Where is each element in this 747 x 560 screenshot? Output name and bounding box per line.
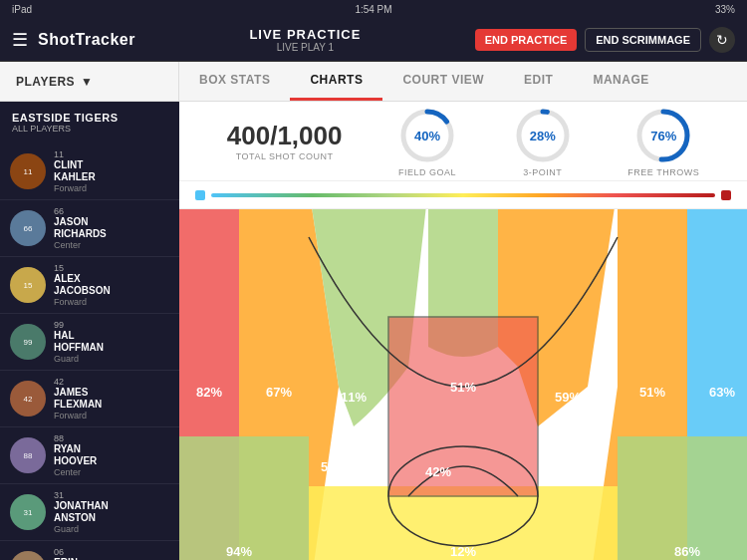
player-item[interactable]: 1111CLINT KAHLERForward [0, 143, 179, 200]
svg-text:63%: 63% [709, 385, 735, 400]
player-name: HAL HOFFMAN [54, 330, 169, 354]
tab-items: BOX STATS CHARTS COURT VIEW EDIT MANAGE [179, 62, 669, 101]
player-avatar: 99 [10, 324, 46, 360]
player-info: 11CLINT KAHLERForward [54, 149, 169, 193]
tab-charts[interactable]: CHARTS [290, 62, 382, 101]
svg-text:9%: 9% [549, 464, 568, 479]
field-goal-pct: 40% [414, 128, 440, 142]
player-number: 88 [54, 433, 169, 443]
player-info: 31JONATHAN ANSTONGuard [54, 490, 169, 534]
player-info: 88RYAN HOOVERCenter [54, 433, 169, 477]
player-name: JASON RICHARDS [54, 216, 169, 240]
players-dropdown[interactable]: PLAYERS ▼ [0, 62, 179, 101]
player-avatar: 15 [10, 267, 46, 303]
player-name: CLINT KAHLER [54, 159, 169, 183]
player-avatar: 31 [10, 494, 46, 530]
total-shots-value: 400/1,000 [227, 121, 343, 151]
player-item[interactable]: 3131JONATHAN ANSTONGuard [0, 484, 179, 541]
team-sub: ALL PLAYERS [12, 124, 167, 134]
player-position: Guard [54, 354, 169, 364]
player-item[interactable]: 1515ALEX JACOBSONForward [0, 257, 179, 314]
svg-text:42%: 42% [425, 464, 451, 479]
player-item[interactable]: 4242JAMES FLEXMANForward [0, 371, 179, 427]
stats-header: 400/1,000 TOTAL SHOT COUNT 40% FIELD GOA… [179, 102, 747, 181]
end-practice-button[interactable]: END PRACTICE [475, 29, 578, 51]
court-chart: 82% 67% 11% 51% 59% 51% 63% 50% 42% 9% 9… [179, 209, 747, 560]
player-position: Forward [54, 297, 169, 307]
players-label: PLAYERS [16, 75, 75, 89]
battery-label: 33% [715, 4, 735, 15]
sidebar: EASTSIDE TIGERS ALL PLAYERS 1111CLINT KA… [0, 102, 179, 560]
player-name: ALEX JACOBSON [54, 273, 169, 297]
free-throw-label: FREE THROWS [627, 167, 699, 177]
player-item[interactable]: 0606ERIN SHIELDSCenter [0, 541, 179, 560]
svg-rect-12 [388, 317, 538, 496]
field-goal-stat: 40% FIELD GOAL [397, 106, 457, 177]
svg-text:12%: 12% [450, 544, 476, 559]
player-avatar: 11 [10, 153, 46, 189]
team-name: EASTSIDE TIGERS [12, 112, 167, 124]
player-item[interactable]: 8888RYAN HOOVERCenter [0, 427, 179, 484]
total-shots-stat: 400/1,000 TOTAL SHOT COUNT [227, 121, 343, 161]
player-avatar: 66 [10, 210, 46, 246]
player-item[interactable]: 6666JASON RICHARDSCenter [0, 200, 179, 257]
main-content: EASTSIDE TIGERS ALL PLAYERS 1111CLINT KA… [0, 102, 747, 560]
team-header: EASTSIDE TIGERS ALL PLAYERS [0, 102, 179, 143]
svg-marker-10 [179, 436, 309, 560]
svg-text:67%: 67% [266, 385, 292, 400]
svg-text:86%: 86% [674, 544, 700, 559]
time-label: 1:54 PM [355, 4, 391, 15]
total-shots-label: TOTAL SHOT COUNT [227, 151, 343, 161]
tab-manage[interactable]: MANAGE [573, 62, 668, 101]
player-position: Center [54, 467, 169, 477]
field-goal-label: FIELD GOAL [398, 167, 456, 177]
tab-box-stats[interactable]: BOX STATS [179, 62, 290, 101]
svg-text:94%: 94% [226, 544, 252, 559]
practice-subtitle: LIVE PLAY 1 [249, 42, 361, 53]
svg-marker-11 [618, 436, 747, 560]
player-info: 06ERIN SHIELDSCenter [54, 547, 169, 560]
tab-court-view[interactable]: COURT VIEW [382, 62, 504, 101]
player-info: 15ALEX JACOBSONForward [54, 263, 169, 307]
three-point-label: 3-POINT [523, 167, 562, 177]
svg-text:50%: 50% [321, 459, 347, 474]
legend-bar [179, 181, 747, 209]
legend-dot-1 [195, 190, 205, 200]
player-avatar: 06 [10, 551, 46, 560]
menu-icon[interactable]: ☰ [12, 29, 28, 51]
player-number: 99 [54, 320, 169, 330]
logo: ShotTracker [38, 31, 135, 49]
legend-dot-2 [721, 190, 731, 200]
end-scrimmage-button[interactable]: END SCRIMMAGE [585, 28, 701, 52]
tab-edit[interactable]: EDIT [504, 62, 573, 101]
refresh-button[interactable]: ↻ [709, 27, 735, 53]
player-list: 1111CLINT KAHLERForward6666JASON RICHARD… [0, 143, 179, 560]
practice-title: LIVE PRACTICE [249, 27, 361, 42]
player-number: 06 [54, 547, 169, 557]
svg-text:59%: 59% [555, 390, 581, 405]
free-throw-stat: 76% FREE THROWS [627, 106, 699, 177]
player-item[interactable]: 9999HAL HOFFMANGuard [0, 314, 179, 371]
player-position: Forward [54, 411, 169, 420]
three-point-stat: 28% 3-POINT [513, 106, 573, 177]
svg-text:51%: 51% [450, 380, 476, 395]
carrier-label: iPad [12, 4, 32, 15]
player-name: RYAN HOOVER [54, 443, 169, 467]
player-number: 31 [54, 490, 169, 500]
top-bar: ☰ ShotTracker LIVE PRACTICE LIVE PLAY 1 … [0, 18, 747, 62]
player-number: 42 [54, 377, 169, 387]
svg-text:82%: 82% [196, 385, 222, 400]
player-info: 42JAMES FLEXMANForward [54, 377, 169, 420]
svg-text:11%: 11% [341, 390, 367, 405]
svg-text:51%: 51% [639, 385, 665, 400]
nav-tabs: PLAYERS ▼ BOX STATS CHARTS COURT VIEW ED… [0, 62, 747, 102]
player-name: JONATHAN ANSTON [54, 500, 169, 524]
free-throw-pct: 76% [650, 128, 676, 142]
player-number: 11 [54, 149, 169, 159]
chart-area: 400/1,000 TOTAL SHOT COUNT 40% FIELD GOA… [179, 102, 747, 560]
chevron-down-icon: ▼ [81, 75, 93, 89]
player-info: 99HAL HOFFMANGuard [54, 320, 169, 364]
player-info: 66JASON RICHARDSCenter [54, 206, 169, 250]
player-name: JAMES FLEXMAN [54, 387, 169, 411]
player-avatar: 88 [10, 437, 46, 473]
